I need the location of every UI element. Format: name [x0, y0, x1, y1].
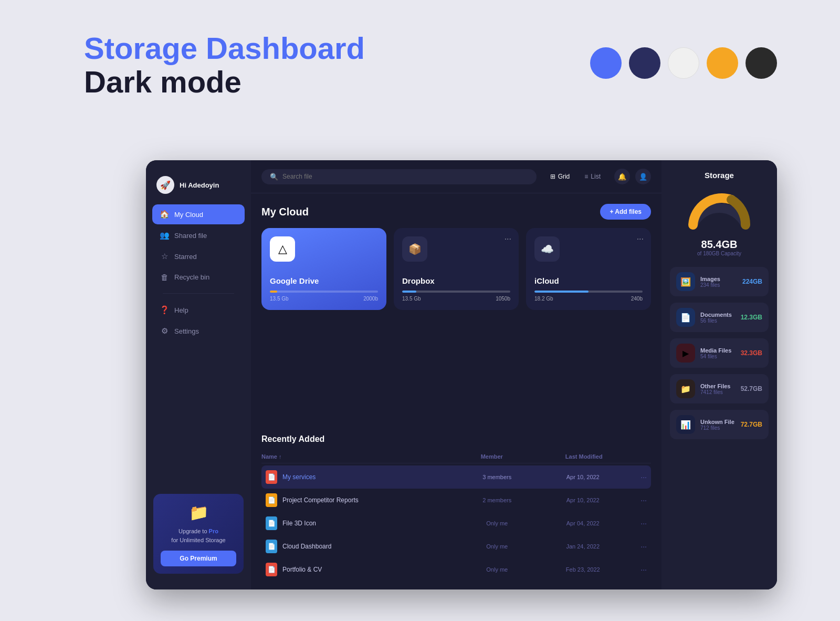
- file-type-documents[interactable]: 📄 Documents 56 files 12.3GB: [670, 303, 769, 332]
- file-more-icon[interactable]: ···: [626, 565, 647, 574]
- sidebar-item-label: Help: [174, 306, 188, 314]
- google-total: 2000b: [363, 296, 378, 302]
- file-type-other[interactable]: 📁 Other Files 7412 files 52.7GB: [670, 374, 769, 403]
- shared-icon: 👥: [160, 231, 169, 240]
- swatch-blue: [590, 47, 622, 79]
- go-premium-button[interactable]: Go Premium: [161, 551, 236, 566]
- icloud-progress-fill: [534, 291, 589, 293]
- home-icon: 🏠: [160, 210, 169, 219]
- file-type-unknown[interactable]: 📊 Unkown File 712 files 72.7GB: [670, 410, 769, 439]
- view-toggle: ⊞ Grid ≡ List: [545, 170, 606, 183]
- table-row[interactable]: 📄 Cloud Dashboard Only me Jan 24, 2022 ·…: [261, 535, 651, 558]
- documents-icon: 📄: [676, 308, 695, 327]
- google-drive-name: Google Drive: [270, 276, 378, 285]
- table-row[interactable]: 📄 File 3D Icon Only me Apr 04, 2022 ···: [261, 512, 651, 535]
- file-more-icon[interactable]: ···: [626, 496, 647, 504]
- other-info: Other Files 7412 files: [700, 383, 736, 395]
- images-count: 234 files: [700, 282, 737, 288]
- google-progress-bar: [270, 291, 378, 293]
- icloud-card[interactable]: ··· ☁️ iCloud 18.2 Gb 240b: [526, 228, 651, 310]
- storage-cap: of 180GB Capacity: [670, 251, 769, 256]
- images-info: Images 234 files: [700, 276, 737, 288]
- file-member: 2 members: [454, 497, 540, 503]
- dropbox-progress-fill: [402, 291, 416, 293]
- google-drive-card[interactable]: △ Google Drive 13.5 Gb 2000b: [261, 228, 386, 310]
- media-info: Media Files 54 files: [700, 347, 736, 359]
- table-row[interactable]: 📄 Portfolio & CV Only me Feb 23, 2022 ··…: [261, 558, 651, 581]
- icloud-menu-icon[interactable]: ···: [637, 234, 644, 244]
- list-view-button[interactable]: ≡ List: [579, 170, 606, 183]
- settings-icon: ⚙: [160, 326, 169, 336]
- file-icon-red: 📄: [266, 563, 277, 576]
- unknown-info: Unkown File 712 files: [700, 419, 736, 431]
- icloud-name: iCloud: [534, 276, 643, 285]
- swatch-darkblue: [629, 47, 660, 79]
- media-size: 32.3GB: [741, 349, 762, 357]
- file-type-media[interactable]: ▶ Media Files 54 files 32.3GB: [670, 338, 769, 368]
- other-name: Other Files: [700, 383, 736, 389]
- sidebar-item-mycloud[interactable]: 🏠 My Cloud: [152, 204, 245, 224]
- google-used: 13.5 Gb: [270, 296, 289, 302]
- dropbox-icon: 📦: [402, 236, 427, 262]
- main-content: 🔍 ⊞ Grid ≡ List 🔔 👤 My Cloud: [251, 160, 662, 589]
- icloud-progress-bar: [534, 291, 643, 293]
- search-input[interactable]: [282, 173, 528, 180]
- documents-count: 56 files: [700, 318, 736, 324]
- dropbox-menu-icon[interactable]: ···: [505, 234, 511, 244]
- file-name: Portfolio & CV: [282, 566, 454, 573]
- section-title: My Cloud: [261, 206, 309, 218]
- file-type-images[interactable]: 🖼️ Images 234 files 224GB: [670, 267, 769, 296]
- sidebar-item-help[interactable]: ❓ Help: [152, 300, 245, 320]
- sidebar-item-settings[interactable]: ⚙ Settings: [152, 321, 245, 341]
- user-icon[interactable]: 👤: [635, 169, 651, 184]
- dropbox-total: 1050b: [496, 296, 510, 302]
- sidebar-item-shared[interactable]: 👥 Shared file: [152, 225, 245, 245]
- donut-svg: [685, 188, 753, 230]
- unknown-name: Unkown File: [700, 419, 736, 425]
- icloud-icon: ☁️: [534, 236, 560, 262]
- add-files-button[interactable]: + Add files: [600, 204, 651, 220]
- file-more-icon[interactable]: ···: [626, 519, 647, 527]
- swatch-dark: [746, 47, 777, 79]
- sidebar-item-label: Starred: [174, 253, 197, 261]
- file-more-icon[interactable]: ···: [626, 473, 647, 481]
- file-name: Cloud Dashboard: [282, 543, 454, 550]
- file-date: Jan 24, 2022: [540, 543, 626, 550]
- file-name: File 3D Icon: [282, 520, 454, 527]
- images-name: Images: [700, 276, 737, 282]
- sidebar-item-label: Shared file: [174, 232, 207, 240]
- table-row[interactable]: 📄 Project Competitor Reports 2 members A…: [261, 489, 651, 512]
- search-bar[interactable]: 🔍: [261, 169, 537, 184]
- unknown-size: 72.7GB: [741, 421, 762, 428]
- dropbox-card[interactable]: ··· 📦 Dropbox 13.5 Gb 1050b: [394, 228, 519, 310]
- file-member: 3 members: [454, 474, 540, 480]
- unknown-icon: 📊: [676, 415, 695, 434]
- th-name: Name ↑: [261, 453, 446, 460]
- documents-info: Documents 56 files: [700, 312, 736, 324]
- images-icon: 🖼️: [676, 272, 695, 291]
- topbar: 🔍 ⊞ Grid ≡ List 🔔 👤: [251, 160, 662, 193]
- icloud-total: 240b: [631, 296, 643, 302]
- color-swatches: [590, 47, 777, 79]
- file-more-icon[interactable]: ···: [626, 542, 647, 551]
- sidebar-nav: 🏠 My Cloud 👥 Shared file ☆ Starred 🗑 Rec…: [146, 204, 251, 489]
- other-size: 52.7GB: [741, 385, 762, 392]
- grid-icon: ⊞: [550, 173, 555, 180]
- notification-icon[interactable]: 🔔: [614, 169, 630, 184]
- cloud-cards: △ Google Drive 13.5 Gb 2000b ··· 📦: [261, 228, 651, 310]
- th-member: Member: [446, 453, 538, 460]
- table-row[interactable]: 📄 My services 3 members Apr 10, 2022 ···: [261, 465, 651, 489]
- icloud-used: 18.2 Gb: [534, 296, 553, 302]
- file-date: Apr 10, 2022: [540, 497, 626, 503]
- sidebar-item-starred[interactable]: ☆ Starred: [152, 246, 245, 266]
- file-icon-yellow: 📄: [266, 493, 277, 507]
- file-member: Only me: [454, 566, 540, 573]
- sidebar-item-recycle[interactable]: 🗑 Recycle bin: [152, 267, 245, 287]
- unknown-count: 712 files: [700, 425, 736, 431]
- documents-name: Documents: [700, 312, 736, 318]
- topbar-icons: 🔔 👤: [614, 169, 651, 184]
- sidebar: 🚀 Hi Adedoyin 🏠 My Cloud 👥 Shared file ☆…: [146, 160, 251, 589]
- upgrade-text: Upgrade to Profor Unlimited Storage: [171, 527, 225, 544]
- grid-view-button[interactable]: ⊞ Grid: [545, 170, 575, 183]
- file-name: My services: [282, 473, 454, 481]
